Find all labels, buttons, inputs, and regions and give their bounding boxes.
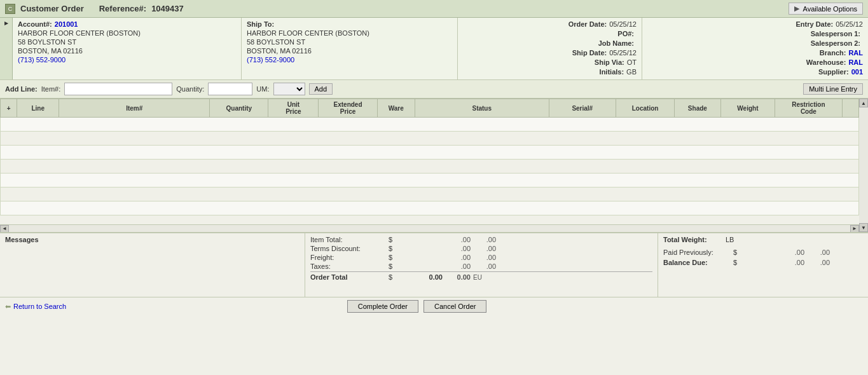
add-button[interactable]: Add (309, 83, 333, 95)
freight-value3: .00 (471, 254, 496, 261)
terms-discount-value3: .00 (471, 245, 496, 252)
total-weight-unit: LB (726, 236, 734, 243)
paid-previously-row: Paid Previously: $ .00 .00 (663, 249, 863, 256)
balance-due-value2: .00 (779, 259, 804, 266)
ship-city-state: BOSTON, MA 02116 (247, 47, 452, 55)
paid-previously-value3: .00 (804, 249, 830, 256)
order-total-suffix: EU (473, 274, 482, 281)
um-select[interactable] (273, 83, 305, 95)
branch-label: Branch: (820, 49, 846, 57)
job-name-label: Job Name: (598, 39, 634, 47)
add-line-bar: Add Line: Item#: Quantity: UM: Add Multi… (0, 80, 868, 99)
order-total-value2: 0.00 (445, 273, 471, 281)
freight-dollar: $ (387, 254, 394, 261)
account-number-link[interactable]: 201001 (55, 20, 78, 28)
account-section: ▶ Account#: 201001 HARBOR FLOOR CENTER (… (0, 18, 868, 80)
available-options-button[interactable]: ▶ Available Options (789, 3, 863, 15)
freight-row: Freight: $ .00 .00 (310, 254, 652, 261)
messages-panel: Messages (0, 233, 305, 297)
item-label: Item#: (41, 85, 61, 93)
col-weight: Weight (720, 99, 775, 118)
company-name: HARBOR FLOOR CENTER (BOSTON) (18, 29, 236, 37)
scroll-track (859, 107, 868, 223)
salesperson2-label: Salesperson 2: (811, 39, 860, 47)
supplier-label: Supplier: (818, 68, 849, 76)
col-item: Item# (59, 99, 210, 118)
freight-label: Freight: (310, 254, 387, 261)
expand-arrow-icon: ▶ (4, 20, 8, 26)
entry-date-label: Entry Date: (796, 20, 833, 28)
item-total-value3: .00 (471, 236, 496, 243)
order-total-value: 0.00 (394, 273, 445, 281)
vertical-scrollbar[interactable]: ▲ ▼ (859, 99, 868, 232)
scroll-left-button[interactable]: ◄ (0, 225, 9, 233)
order-total-dollar: $ (387, 273, 394, 281)
order-details-column: Order Date: 05/25/12 PO#: Job Name: Ship… (458, 18, 642, 79)
terms-discount-label: Terms Discount: (310, 245, 387, 252)
table-row (1, 160, 859, 174)
return-to-search-label: Return to Search (13, 303, 66, 310)
warehouse-value-link[interactable]: RAL (848, 58, 863, 66)
balance-due-value3: .00 (804, 259, 830, 266)
ship-company: HARBOR FLOOR CENTER (BOSTON) (247, 29, 452, 37)
scroll-right-button[interactable]: ► (850, 225, 859, 233)
total-weight-label: Total Weight: (663, 236, 720, 243)
paid-previously-label: Paid Previously: (663, 249, 733, 256)
order-total-label: Order Total (310, 273, 387, 281)
order-table-area: + Line Item# Quantity UnitPrice Extended… (0, 99, 868, 233)
reference-number: 1049437 (151, 4, 184, 13)
item-total-row: Item Total: $ .00 .00 (310, 236, 652, 243)
order-date-value: 05/25/12 (609, 20, 637, 28)
weight-panel: Total Weight: LB Paid Previously: $ .00 … (658, 233, 868, 297)
balance-due-row: Balance Due: $ .00 .00 (663, 259, 863, 266)
multi-line-entry-button[interactable]: Multi Line Entry (803, 83, 863, 95)
col-serial: Serial# (549, 99, 616, 118)
ship-phone: (713) 552-9000 (247, 56, 452, 64)
scroll-down-button[interactable]: ▼ (859, 223, 868, 232)
col-actions (842, 99, 858, 118)
table-row (1, 188, 859, 201)
header-bar: C Customer Order Reference#: 1049437 ▶ A… (0, 0, 868, 18)
col-restriction-code: RestrictionCode (775, 99, 842, 118)
col-quantity: Quantity (210, 99, 268, 118)
taxes-value2: .00 (445, 262, 471, 270)
cancel-order-button[interactable]: Cancel Order (424, 300, 486, 313)
table-row (1, 201, 859, 215)
taxes-dollar: $ (387, 262, 394, 270)
col-line: Line (17, 99, 59, 118)
col-shade: Shade (675, 99, 720, 118)
horizontal-scrollbar[interactable]: ◄ ► (0, 224, 859, 232)
footer-buttons: Complete Order Cancel Order (347, 300, 487, 313)
col-unit-price: UnitPrice (268, 99, 319, 118)
address1: 58 BOYLSTON ST (18, 38, 236, 46)
add-line-label: Add Line: (5, 85, 38, 93)
supplier-value-link[interactable]: 001 (851, 68, 863, 76)
terms-discount-row: Terms Discount: $ .00 .00 (310, 245, 652, 252)
table-row (1, 132, 859, 146)
return-to-search-link[interactable]: ⬅ Return to Search (5, 303, 66, 311)
salesperson1-label: Salesperson 1: (811, 30, 860, 38)
arrow-icon: ▶ (794, 4, 799, 13)
complete-order-button[interactable]: Complete Order (347, 300, 418, 313)
col-add: + (1, 99, 17, 118)
order-total-row: Order Total $ 0.00 0.00 EU (310, 271, 652, 281)
ship-date-label: Ship Date: (572, 49, 607, 57)
col-status: Status (415, 99, 549, 118)
scroll-up-button[interactable]: ▲ (859, 99, 868, 107)
terms-discount-value2: .00 (445, 245, 471, 252)
ship-to-label: Ship To: (247, 20, 274, 28)
initials-label: Initials: (600, 68, 624, 76)
item-total-dollar: $ (387, 236, 394, 243)
account-expand-button[interactable]: ▶ (0, 18, 13, 79)
quantity-input[interactable] (208, 83, 252, 95)
entry-details-column: Entry Date: 05/25/12 Salesperson 1: Sale… (642, 18, 868, 79)
order-table: + Line Item# Quantity UnitPrice Extended… (0, 99, 859, 215)
item-total-label: Item Total: (310, 236, 387, 243)
branch-value-link[interactable]: RAL (848, 49, 863, 57)
table-scroll-container[interactable]: + Line Item# Quantity UnitPrice Extended… (0, 99, 868, 232)
ship-to-column: Ship To: HARBOR FLOOR CENTER (BOSTON) 58… (242, 18, 458, 79)
col-location: Location (616, 99, 674, 118)
item-number-input[interactable] (64, 83, 172, 95)
ship-date-value: 05/25/12 (609, 49, 637, 57)
footer-bar: ⬅ Return to Search Complete Order Cancel… (0, 297, 868, 315)
